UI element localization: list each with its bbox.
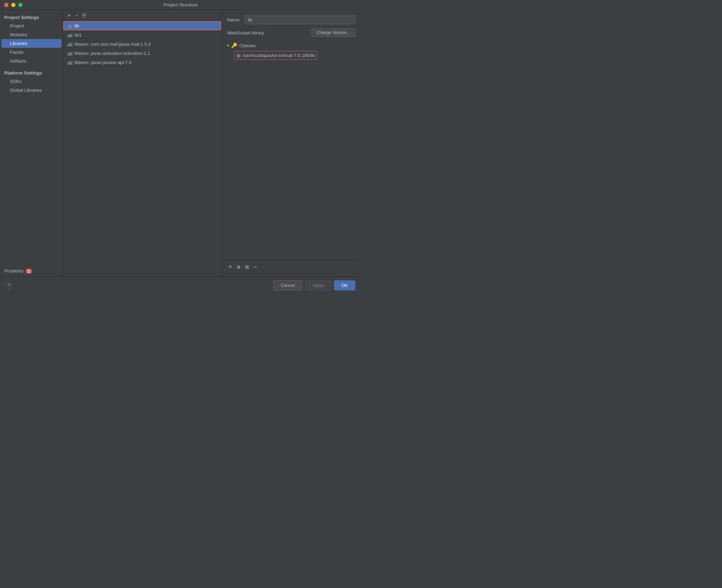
list-item-lib1[interactable]: lib1	[63, 30, 221, 39]
library-icon-maven2	[67, 50, 72, 56]
bottom-bar: ? Cancel Apply OK	[0, 276, 361, 294]
classes-path-item[interactable]: ▤ /usr/local/apache-tomcat-7.0.106/lib	[234, 51, 317, 60]
sidebar-item-artifacts-label: Artifacts	[10, 58, 26, 64]
main-content: Project Settings Project Modules Librari…	[0, 10, 361, 276]
sidebar-item-artifacts[interactable]: Artifacts	[1, 57, 62, 65]
folder-icon: ▤	[237, 53, 240, 58]
list-item-lib[interactable]: lib	[63, 21, 221, 30]
list-item-maven2-label: Maven: javax.activation:activation:1.1	[75, 51, 150, 56]
cancel-button[interactable]: Cancel	[273, 280, 302, 290]
detail-panel: Name: WebSocket library Change Version..…	[221, 10, 361, 276]
name-label: Name:	[227, 17, 240, 23]
sidebar-item-facets-label: Facets	[10, 50, 24, 55]
classes-path-text: /usr/local/apache-tomcat-7.0.106/lib	[243, 53, 315, 58]
list-item-lib1-label: lib1	[75, 32, 82, 38]
maximize-button[interactable]	[18, 3, 22, 7]
sidebar-item-modules[interactable]: Modules	[1, 30, 62, 39]
detail-name-row: Name:	[227, 15, 355, 24]
remove-library-button[interactable]: −	[73, 12, 79, 19]
library-list: lib lib1	[63, 21, 221, 276]
platform-settings-section-label: Platform Settings	[0, 68, 63, 77]
classes-icon: 🔑	[231, 43, 237, 48]
list-item-maven3[interactable]: Maven: javax:javaee-api:7.0	[63, 58, 221, 67]
name-input[interactable]	[245, 15, 355, 24]
detail-bottom-toolbar: + ⊕ ⊞ −	[227, 260, 355, 271]
add-library-button[interactable]: +	[66, 12, 72, 19]
sidebar-item-modules-label: Modules	[10, 32, 27, 37]
sidebar-item-sdks[interactable]: SDKs	[1, 77, 62, 86]
sidebar-item-global-libraries-label: Global Libraries	[10, 88, 42, 93]
library-icon-maven1	[67, 41, 72, 47]
sidebar-item-sdks-label: SDKs	[10, 79, 21, 84]
window-controls	[4, 3, 22, 7]
add-classes-alt-button[interactable]: ⊕	[235, 264, 242, 270]
list-item-lib-label: lib	[75, 23, 79, 28]
remove-classes-button[interactable]: −	[252, 263, 259, 271]
library-icon-lib	[67, 23, 72, 28]
sidebar-problems[interactable]: Problems 1	[0, 266, 63, 276]
sidebar-item-global-libraries[interactable]: Global Libraries	[1, 86, 62, 95]
window-title: Project Structure	[163, 2, 198, 7]
library-icon-lib1	[67, 32, 72, 38]
sidebar-item-project[interactable]: Project	[1, 21, 62, 30]
close-button[interactable]	[4, 3, 8, 7]
list-item-maven3-label: Maven: javax:javaee-api:7.0	[75, 60, 131, 65]
list-item-maven1[interactable]: Maven: com.sun.mail:javax.mail:1.5.0	[63, 39, 221, 49]
apply-button[interactable]: Apply	[305, 280, 331, 290]
sidebar-item-libraries-label: Libraries	[10, 41, 27, 46]
websocket-row: WebSocket library Change Version...	[227, 28, 355, 37]
list-panel: + − ⎘ lib	[63, 10, 221, 276]
sidebar-item-facets[interactable]: Facets	[1, 48, 62, 57]
change-version-button[interactable]: Change Version...	[311, 28, 355, 37]
project-settings-section-label: Project Settings	[0, 13, 63, 21]
list-item-maven2[interactable]: Maven: javax.activation:activation:1.1	[63, 49, 221, 58]
add-classes-alt2-button[interactable]: ⊞	[244, 264, 251, 270]
websocket-label: WebSocket library	[227, 30, 264, 36]
problems-badge: 1	[26, 269, 32, 274]
help-button[interactable]: ?	[6, 282, 13, 289]
minimize-button[interactable]	[11, 3, 15, 7]
help-icon-area: ?	[6, 282, 13, 289]
chevron-down-icon: ▾	[227, 43, 229, 48]
problems-label: Problems	[4, 268, 24, 274]
library-icon-maven3	[67, 59, 72, 65]
classes-header: ▾ 🔑 Classes	[227, 43, 355, 48]
add-classes-button[interactable]: +	[227, 263, 234, 271]
sidebar-item-project-label: Project	[10, 23, 24, 28]
copy-library-button[interactable]: ⎘	[81, 12, 88, 19]
sidebar: Project Settings Project Modules Librari…	[0, 10, 63, 276]
sidebar-item-libraries[interactable]: Libraries	[1, 39, 62, 48]
classes-section: ▾ 🔑 Classes ▤ /usr/local/apache-tomcat-7…	[227, 43, 355, 257]
list-item-maven1-label: Maven: com.sun.mail:javax.mail:1.5.0	[75, 41, 151, 47]
ok-button[interactable]: OK	[334, 280, 355, 290]
classes-label: Classes	[239, 43, 256, 48]
title-bar: Project Structure	[0, 0, 361, 10]
list-toolbar: + − ⎘	[63, 10, 221, 21]
